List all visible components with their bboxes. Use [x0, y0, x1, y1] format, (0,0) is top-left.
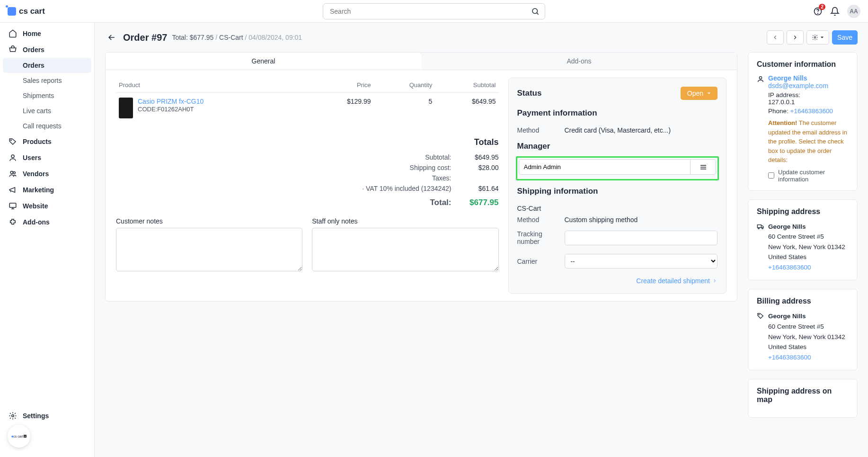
nav-call-requests[interactable]: Call requests — [0, 118, 94, 134]
tracking-input[interactable] — [565, 231, 718, 245]
svg-point-7 — [13, 172, 16, 174]
menu-icon — [699, 163, 708, 171]
svg-point-4 — [11, 140, 12, 141]
billing-address-card: Billing address George Nills 60 Centre S… — [748, 289, 858, 370]
arrow-left-icon — [107, 33, 116, 42]
customer-notes-label: Customer notes — [116, 217, 302, 225]
nav-orders-label: Orders — [23, 46, 44, 54]
product-link[interactable]: Casio PRIZM fx-CG10 — [138, 98, 204, 105]
search-icon — [531, 7, 540, 16]
shipping-phone-link[interactable]: +16463863600 — [768, 264, 811, 271]
tab-addons[interactable]: Add-ons — [421, 53, 737, 70]
search-button[interactable] — [529, 5, 541, 18]
shipping-source: CS-Cart — [517, 203, 718, 214]
customer-info-heading: Customer information — [757, 60, 849, 69]
svg-point-16 — [758, 227, 760, 229]
manager-heading: Manager — [517, 142, 718, 151]
user-icon — [9, 153, 17, 162]
nav-shipments[interactable]: Shipments — [0, 88, 94, 103]
products-table: Product Price Quantity Subtotal — [116, 78, 499, 123]
floating-brand-badge[interactable]: ■cs cart▪ — [8, 425, 30, 448]
save-button[interactable]: Save — [832, 30, 858, 45]
search-input[interactable] — [323, 3, 545, 19]
svg-rect-8 — [9, 203, 16, 207]
nav-addons[interactable]: Add-ons — [0, 214, 94, 230]
totals-heading: Totals — [116, 137, 499, 147]
create-shipment-link[interactable]: Create detailed shipment — [517, 277, 718, 285]
nav-users[interactable]: Users — [0, 150, 94, 166]
bell-button[interactable] — [830, 7, 840, 16]
manager-highlight — [516, 156, 719, 180]
nav-orders[interactable]: Orders — [0, 42, 94, 58]
orders-icon — [9, 45, 17, 54]
right-rail: Customer information George Nills dsds@e… — [748, 52, 858, 426]
caret-down-icon — [820, 36, 824, 39]
nav-home[interactable]: Home — [0, 26, 94, 42]
staff-notes-input[interactable] — [312, 228, 498, 271]
col-subtotal: Subtotal — [435, 78, 498, 93]
svg-line-1 — [537, 13, 538, 14]
customer-name-link[interactable]: George Nills — [768, 74, 807, 82]
nav-orders-sub[interactable]: Orders — [3, 58, 91, 73]
nav-home-label: Home — [23, 30, 41, 37]
shipping-address-heading: Shipping address — [757, 207, 849, 216]
svg-point-10 — [814, 36, 816, 38]
shipping-heading: Shipping information — [517, 187, 718, 196]
prev-order-button[interactable] — [767, 30, 784, 45]
chevron-left-icon — [772, 34, 779, 41]
nav-products[interactable]: Products — [0, 134, 94, 150]
topbar: cs cart 2 AA — [0, 0, 868, 23]
help-button[interactable]: 2 — [813, 7, 823, 16]
nav-settings[interactable]: Settings — [0, 408, 94, 424]
payment-heading: Payment information — [517, 108, 718, 118]
topbar-right: 2 AA — [813, 5, 860, 18]
manager-menu-button[interactable] — [691, 159, 716, 175]
page-title: Order #97 — [123, 32, 167, 43]
col-quantity: Quantity — [374, 78, 435, 93]
cell-subtotal: $649.95 — [435, 93, 498, 124]
notif-badge: 2 — [819, 4, 825, 10]
truck-icon — [757, 223, 764, 230]
cell-price: $129.99 — [310, 93, 373, 124]
gear-icon — [812, 34, 818, 41]
person-icon — [757, 75, 764, 83]
bell-icon — [830, 7, 840, 16]
avatar[interactable]: AA — [847, 5, 860, 18]
header-actions: Save — [767, 30, 858, 45]
next-order-button[interactable] — [787, 30, 804, 45]
back-button[interactable] — [105, 31, 118, 44]
tab-general[interactable]: General — [105, 52, 422, 70]
nav-vendors[interactable]: Vendors — [0, 166, 94, 182]
nav-live-carts[interactable]: Live carts — [0, 103, 94, 118]
billing-phone-link[interactable]: +16463863600 — [768, 354, 811, 361]
manager-input[interactable] — [519, 159, 691, 175]
customer-phone-link[interactable]: +16463863600 — [790, 108, 833, 115]
monitor-icon — [9, 202, 17, 210]
sidebar: Home Orders Orders Sales reports Shipmen… — [0, 23, 95, 457]
customer-notes-input[interactable] — [116, 228, 302, 271]
update-customer-checkbox[interactable] — [768, 172, 774, 179]
customer-info-card: Customer information George Nills dsds@e… — [748, 52, 858, 191]
nav-website[interactable]: Website — [0, 198, 94, 214]
notes-section: Customer notes Staff only notes — [116, 217, 499, 273]
carrier-select[interactable]: -- — [565, 254, 718, 269]
status-dropdown[interactable]: Open — [681, 87, 717, 100]
logo[interactable]: cs cart — [8, 7, 45, 16]
main: Order #97 Total: $677.95 / CS-Cart / 04/… — [95, 23, 868, 457]
page-header: Order #97 Total: $677.95 / CS-Cart / 04/… — [105, 30, 858, 45]
search-wrap — [323, 3, 545, 19]
home-icon — [9, 29, 17, 38]
settings-dropdown-button[interactable] — [806, 30, 829, 45]
cell-qty: 5 — [374, 93, 435, 124]
svg-point-9 — [12, 415, 14, 417]
shipping-address-card: Shipping address George Nills 60 Centre … — [748, 199, 858, 281]
customer-email-link[interactable]: dsds@example.com — [768, 82, 828, 90]
table-row: Casio PRIZM fx-CG10 CODE:F01262AH0T $129… — [116, 93, 499, 124]
logo-icon — [8, 7, 16, 16]
tag-icon — [9, 137, 17, 146]
nav-sales-reports[interactable]: Sales reports — [0, 73, 94, 88]
svg-point-17 — [762, 227, 763, 229]
nav-marketing[interactable]: Marketing — [0, 182, 94, 198]
product-image — [119, 98, 133, 118]
map-card: Shipping address on map — [748, 379, 858, 418]
